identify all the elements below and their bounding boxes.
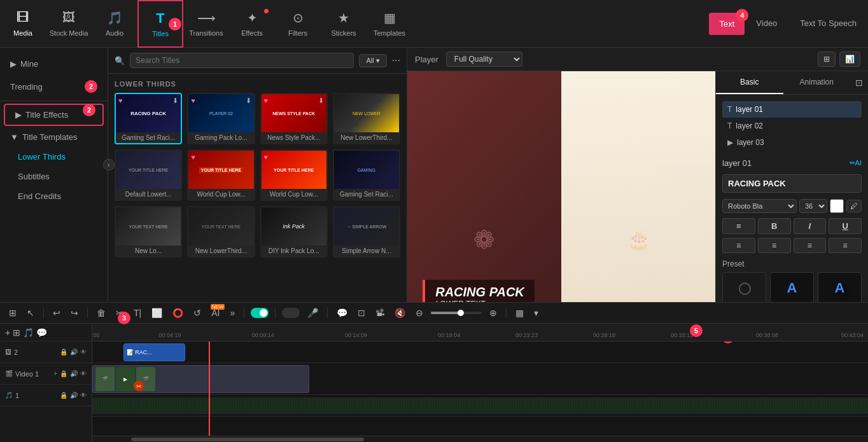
right-tab-basic[interactable]: Basic (716, 71, 783, 94)
timeline-more-btn[interactable]: » (227, 307, 237, 319)
sidebar-item-end-credits[interactable]: End Credits (0, 186, 108, 206)
tts-tab[interactable]: Text To Speech (788, 13, 868, 34)
timeline-text-btn[interactable]: T| (131, 307, 144, 319)
media-tool[interactable]: 🎞 Media (0, 0, 46, 48)
align-left-btn[interactable]: ≡ (722, 238, 755, 253)
ai-edit-btn[interactable]: ✏AI (850, 159, 862, 167)
download-icon-1[interactable]: ⬇ (172, 97, 178, 105)
sidebar-item-subtitles[interactable]: Subtitles (0, 167, 108, 186)
timeline-zoom-out-btn[interactable]: ⊖ (413, 307, 426, 319)
timeline-redo-btn[interactable]: ↪ (68, 307, 81, 319)
title-card-gaming2[interactable]: GAMING Gaming Set Raci... (333, 149, 400, 201)
sidebar-item-mine[interactable]: ▶ Mine (0, 53, 108, 75)
text-tab[interactable]: Text 4 (709, 13, 745, 35)
font-size-select[interactable]: 36 (799, 199, 827, 213)
timeline-zoom-in-btn[interactable]: ⊕ (487, 307, 500, 319)
timeline-ai-btn[interactable]: AI NEW (209, 307, 222, 319)
track-1-lock[interactable]: 🔒 (60, 370, 67, 377)
text-value-box[interactable]: RACING PACK (722, 174, 862, 193)
title-card-news-style[interactable]: ♥ NEWS STYLE PACK ⬇ News Style Pack... (260, 93, 328, 144)
timeline-mask-btn[interactable]: ⭕ (170, 307, 186, 319)
timeline-subtitle-btn[interactable]: 💬 (334, 307, 350, 319)
timeline-select-btn[interactable]: ↖ (24, 307, 37, 319)
title-card-arrow[interactable]: → SIMPLE ARROW Simple Arrow N... (333, 206, 400, 258)
right-tab-animation[interactable]: Animation (783, 71, 851, 94)
track-2-lock[interactable]: 🔒 (60, 349, 67, 356)
quality-select[interactable]: Full Quality Half Quality Quarter Qualit… (446, 52, 522, 67)
title-clip[interactable]: 📝 RAC... (123, 343, 186, 361)
panel-expand-btn[interactable]: ⊡ (850, 71, 868, 94)
effects-toolbar-item[interactable]: ✦ Effects (229, 0, 275, 48)
more-options-btn[interactable]: ··· (392, 55, 400, 66)
preset-plain[interactable]: A (770, 272, 814, 302)
download-icon-2[interactable]: ⬇ (246, 97, 251, 105)
add-video-track-btn[interactable]: + (5, 328, 10, 338)
audio-track-eye[interactable]: 👁 (80, 392, 87, 399)
timeline-crop-btn[interactable]: ⬜ (149, 307, 165, 319)
title-card-newlo2[interactable]: YOUR TEXT HERE New Lo... (115, 206, 182, 258)
filter-dropdown[interactable]: All ▾ (359, 54, 386, 67)
video-clip-main[interactable]: 🎬 ▶ 🎬 ✂ (92, 365, 309, 393)
add-subtitle-track-btn[interactable]: 💬 (36, 328, 47, 338)
download-icon-3[interactable]: ⬇ (318, 97, 324, 105)
filters-toolbar-item[interactable]: ⊙ Filters (275, 0, 321, 48)
font-family-select[interactable]: Roboto Bla (722, 199, 797, 213)
track-1-speaker[interactable]: 🔊 (70, 370, 78, 377)
align-center-btn[interactable]: ≡ (758, 238, 791, 253)
filters-tool[interactable]: ⊙ Filters (275, 0, 321, 48)
timeline-vol-btn[interactable]: 🔇 (392, 307, 408, 319)
layer-item-02[interactable]: T layer 02 (722, 118, 862, 134)
timeline-scrollbar[interactable] (92, 436, 868, 442)
layer-item-03[interactable]: ▶ layer 03 (722, 134, 862, 151)
track-1-add[interactable]: + (53, 370, 57, 377)
timeline-layout-btn[interactable]: ▦ (513, 307, 526, 319)
sidebar-item-title-templates[interactable]: ▼ Title Templates (0, 127, 108, 147)
stock-media-toolbar-item[interactable]: 🖼 Stock Media (46, 0, 92, 48)
format-italic-btn[interactable]: I (794, 218, 827, 234)
timeline-record-btn[interactable]: 🎤 (305, 307, 321, 319)
track-2-eye[interactable]: 👁 (80, 349, 87, 356)
search-input[interactable] (130, 53, 354, 68)
format-bold-btn[interactable]: B (758, 218, 791, 234)
preset-none[interactable]: ◯ (722, 272, 766, 302)
align-justify-btn[interactable]: ≡ (829, 238, 862, 253)
track-2-speaker[interactable]: 🔊 (70, 349, 78, 356)
eyedropper-btn[interactable]: 🖊 (846, 200, 862, 212)
chart-btn[interactable]: 📊 (839, 52, 860, 67)
stock-media-tool[interactable]: 🖼 Stock Media (46, 0, 92, 48)
add-video-overlay-btn[interactable]: ⊞ (13, 328, 20, 338)
video-tab[interactable]: Video (745, 13, 788, 34)
transitions-tool[interactable]: ⟶ Transitions (183, 0, 229, 48)
stickers-tool[interactable]: ★ Stickers (321, 0, 367, 48)
effects-tool[interactable]: ✦ Effects (229, 0, 275, 48)
title-card-ink[interactable]: Ink Pack DIY Ink Pack Lo... (260, 206, 328, 258)
audio-track-speaker[interactable]: 🔊 (70, 392, 78, 399)
preset-shadow[interactable]: A (818, 272, 862, 302)
sidebar-item-lower-thirds[interactable]: Lower Thirds (0, 147, 108, 167)
timeline-camera-btn[interactable]: 📽 (373, 307, 387, 319)
timeline-undo-btn[interactable]: ↩ (50, 307, 63, 319)
add-audio-track-btn[interactable]: 🎵 (23, 328, 34, 338)
format-columns-btn[interactable]: ≡ (722, 218, 755, 234)
title-card-gaming-set-raci[interactable]: ♥ RACING PACK ⬇ Gaming Set Raci... (115, 93, 182, 144)
audio-track-lock[interactable]: 🔒 (60, 392, 67, 399)
timeline-delete-btn[interactable]: 🗑 (94, 307, 108, 319)
align-right-btn[interactable]: ≡ (794, 238, 827, 253)
timeline-chevron-btn[interactable]: ▾ (531, 307, 541, 319)
grid-view-btn[interactable]: ⊞ (818, 52, 836, 67)
title-card-default[interactable]: YOUR TITLE HERE Default Lowert... (115, 149, 182, 201)
transitions-toolbar-item[interactable]: ⟶ Transitions (183, 0, 229, 48)
timeline-toggle[interactable] (251, 308, 269, 318)
title-card-worldcup2[interactable]: ♥ YOUR TITLE HERE World Cup Low... (260, 149, 328, 201)
timeline-restore-btn[interactable]: ↺ (191, 307, 204, 319)
color-swatch[interactable] (830, 199, 844, 213)
title-card-worldcup1[interactable]: ♥ YOUR TITLE HERE World Cup Low... (187, 149, 255, 201)
timeline-speed[interactable] (282, 308, 300, 318)
sidebar-item-trending[interactable]: Trending 2 (0, 75, 108, 98)
templates-tool[interactable]: ▦ Templates (367, 0, 412, 48)
scrollbar-thumb[interactable] (131, 438, 364, 441)
audio-tool[interactable]: 🎵 Audio (92, 0, 137, 48)
timeline-pip-btn[interactable]: ⊡ (355, 307, 368, 319)
title-card-gaming-pack[interactable]: ♥ PLAYER 02 ⬇ Gaming Pack Lo... (187, 93, 255, 144)
zoom-slider[interactable] (431, 312, 482, 314)
